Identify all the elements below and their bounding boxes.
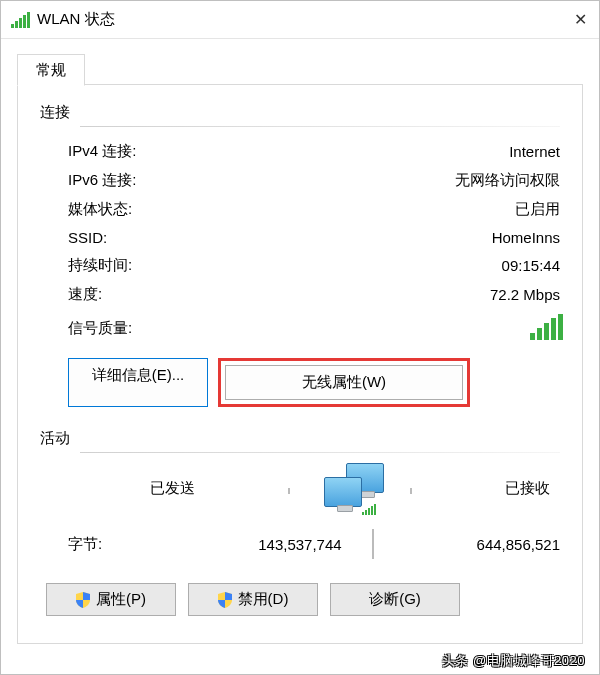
row-media: 媒体状态: 已启用 — [40, 195, 560, 224]
ipv4-label: IPv4 连接: — [68, 142, 136, 161]
connection-section-title: 连接 — [40, 103, 560, 122]
disable-button-label: 禁用(D) — [238, 590, 289, 609]
annotation-highlight: 无线属性(W) — [218, 358, 470, 407]
signal-label: 信号质量: — [68, 319, 132, 338]
wlan-status-dialog: WLAN 状态 ✕ 常规 连接 IPv4 连接: Internet IPv6 连… — [0, 0, 600, 675]
titlebar: WLAN 状态 ✕ — [1, 1, 599, 39]
row-signal: 信号质量: — [40, 309, 560, 348]
signal-quality-icon — [530, 314, 560, 343]
media-label: 媒体状态: — [68, 200, 132, 219]
uac-shield-icon — [218, 592, 232, 608]
divider — [80, 126, 560, 127]
row-ssid: SSID: HomeInns — [40, 224, 560, 251]
bytes-received-value: 644,856,521 — [404, 536, 560, 553]
ssid-label: SSID: — [68, 229, 107, 246]
uac-shield-icon — [76, 592, 90, 608]
speed-value: 72.2 Mbps — [490, 286, 560, 303]
activity-section-title: 活动 — [40, 429, 560, 448]
row-duration: 持续时间: 09:15:44 — [40, 251, 560, 280]
row-ipv6: IPv6 连接: 无网络访问权限 — [40, 166, 560, 195]
row-speed: 速度: 72.2 Mbps — [40, 280, 560, 309]
duration-label: 持续时间: — [68, 256, 132, 275]
connection-buttons: 详细信息(E)... 无线属性(W) — [40, 348, 560, 423]
properties-button[interactable]: 属性(P) — [46, 583, 176, 616]
ssid-value: HomeInns — [492, 229, 560, 246]
dialog-body: 常规 连接 IPv4 连接: Internet IPv6 连接: 无网络访问权限… — [1, 39, 599, 644]
properties-button-label: 属性(P) — [96, 590, 146, 609]
activity-icon-row: 已发送 已接收 — [40, 463, 560, 513]
speed-label: 速度: — [68, 285, 102, 304]
row-ipv4: IPv4 连接: Internet — [40, 137, 560, 166]
bytes-label: 字节: — [68, 535, 185, 554]
wireless-properties-button[interactable]: 无线属性(W) — [225, 365, 463, 400]
sent-label: 已发送 — [150, 479, 246, 498]
footer-buttons: 属性(P) 禁用(D) 诊断(G) — [40, 565, 560, 616]
media-value: 已启用 — [515, 200, 560, 219]
tabstrip: 常规 — [17, 49, 583, 85]
received-label: 已接收 — [454, 479, 550, 498]
ipv4-value: Internet — [509, 143, 560, 160]
diagnose-button[interactable]: 诊断(G) — [330, 583, 460, 616]
diagnose-button-label: 诊断(G) — [369, 590, 421, 609]
details-button[interactable]: 详细信息(E)... — [68, 358, 208, 407]
network-computers-icon — [318, 463, 382, 513]
activity-section: 活动 已发送 已接收 — [40, 429, 560, 565]
disable-button[interactable]: 禁用(D) — [188, 583, 318, 616]
divider — [80, 452, 560, 453]
watermark-text: 头条 @电脑城峰哥2020 — [442, 652, 585, 670]
ipv6-label: IPv6 连接: — [68, 171, 136, 190]
tab-general[interactable]: 常规 — [17, 54, 85, 86]
duration-value: 09:15:44 — [502, 257, 560, 274]
bytes-row: 字节: 143,537,744 644,856,521 — [40, 513, 560, 565]
ipv6-value: 无网络访问权限 — [455, 171, 560, 190]
wifi-signal-icon — [11, 12, 29, 28]
separator — [372, 529, 374, 559]
close-button[interactable]: ✕ — [547, 10, 587, 29]
window-title: WLAN 状态 — [37, 10, 547, 29]
tab-panel-general: 连接 IPv4 连接: Internet IPv6 连接: 无网络访问权限 媒体… — [17, 84, 583, 644]
bytes-sent-value: 143,537,744 — [185, 536, 341, 553]
